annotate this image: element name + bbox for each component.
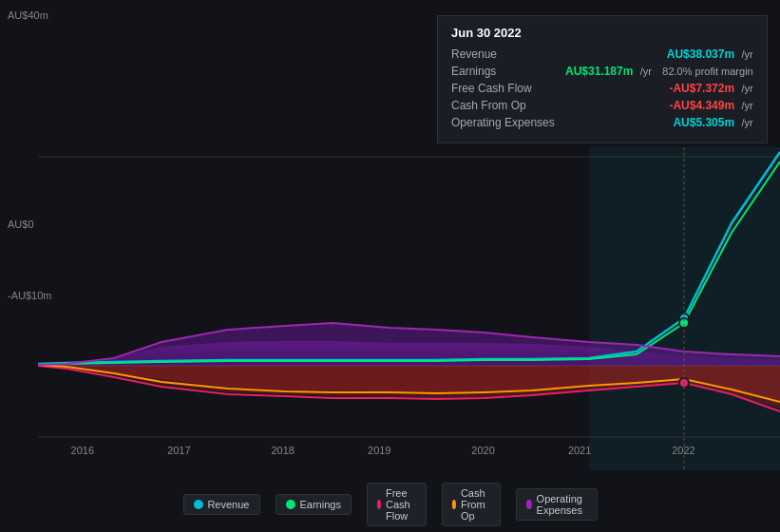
tooltip-row-earnings: Earnings AU$31.187m /yr 82.0% profit mar…: [451, 65, 753, 78]
tooltip-value-fcf: -AU$7.372m: [669, 82, 734, 95]
legend-label-earnings: Earnings: [299, 499, 340, 510]
x-label-2019: 2019: [368, 445, 390, 456]
chart-svg: [38, 147, 780, 470]
legend-label-fcf: Free Cash Flow: [386, 487, 416, 522]
x-label-2018: 2018: [271, 445, 294, 456]
x-axis: 2016 2017 2018 2019 2020 2021 2022: [38, 445, 780, 464]
y-label-40m: AU$40m: [8, 10, 48, 21]
legend-label-cashop: Cash From Op: [461, 487, 490, 522]
legend-item-cashop[interactable]: Cash From Op: [442, 483, 502, 526]
fcf-dot: [377, 500, 381, 509]
tooltip-row-opex: Operating Expenses AU$5.305m /yr: [451, 116, 753, 129]
x-label-2017: 2017: [167, 445, 190, 456]
tooltip-suffix-fcf: /yr: [741, 83, 752, 94]
tooltip-suffix-opex: /yr: [741, 117, 752, 128]
tooltip-card: Jun 30 2022 Revenue AU$38.037m /yr Earni…: [437, 15, 768, 143]
tooltip-row-revenue: Revenue AU$38.037m /yr: [451, 48, 753, 61]
tooltip-value-earnings: AU$31.187m: [565, 65, 633, 78]
legend-item-fcf[interactable]: Free Cash Flow: [367, 483, 427, 526]
tooltip-value-opex: AU$5.305m: [673, 116, 734, 129]
y-label-0: AU$0: [8, 218, 34, 230]
tooltip-label-opex: Operating Expenses: [451, 116, 565, 129]
tooltip-label-cashop: Cash From Op: [451, 99, 565, 112]
legend-item-opex[interactable]: Operating Expenses: [516, 488, 597, 521]
tooltip-suffix-revenue: /yr: [741, 48, 752, 60]
tooltip-label-fcf: Free Cash Flow: [451, 82, 565, 95]
earnings-dot: [285, 500, 295, 509]
x-label-2021: 2021: [568, 445, 591, 456]
chart-legend: Revenue Earnings Free Cash Flow Cash Fro…: [182, 483, 597, 526]
cashop-dot: [452, 500, 456, 509]
tooltip-row-cashop: Cash From Op -AU$4.349m /yr: [451, 99, 753, 112]
tooltip-label-earnings: Earnings: [451, 65, 565, 78]
tooltip-sub-earnings: 82.0% profit margin: [662, 66, 752, 77]
tooltip-suffix-earnings: /yr: [640, 66, 652, 77]
legend-item-revenue[interactable]: Revenue: [182, 494, 259, 515]
x-label-2020: 2020: [471, 445, 494, 456]
legend-label-revenue: Revenue: [207, 499, 249, 510]
x-label-2022: 2022: [672, 445, 694, 456]
legend-item-earnings[interactable]: Earnings: [275, 494, 351, 515]
tooltip-date: Jun 30 2022: [451, 26, 753, 40]
opex-dot: [526, 500, 531, 509]
x-label-2016: 2016: [71, 445, 94, 456]
tooltip-value-revenue: AU$38.037m: [667, 48, 734, 61]
tooltip-label-revenue: Revenue: [451, 48, 565, 61]
revenue-dot: [193, 500, 202, 509]
tooltip-value-cashop: -AU$4.349m: [669, 99, 734, 112]
tooltip-row-fcf: Free Cash Flow -AU$7.372m /yr: [451, 82, 753, 95]
legend-label-opex: Operating Expenses: [537, 493, 587, 516]
tooltip-suffix-cashop: /yr: [741, 100, 752, 111]
